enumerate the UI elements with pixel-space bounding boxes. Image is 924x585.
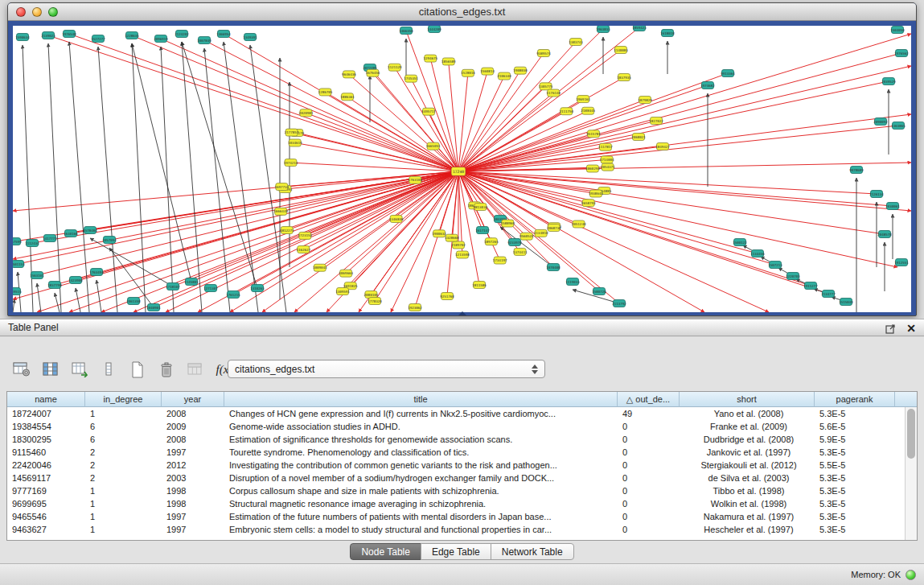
column-header-0[interactable]: name: [7, 392, 85, 407]
graph-node[interactable]: 1811586: [472, 282, 487, 289]
graph-node[interactable]: 1745351: [404, 75, 418, 82]
graph-node[interactable]: 1140083: [614, 47, 628, 54]
column-header-5[interactable]: short: [680, 392, 815, 407]
graph-edge[interactable]: [132, 43, 191, 282]
graph-node[interactable]: 1912551: [894, 259, 909, 266]
graph-node[interactable]: 9813034: [474, 204, 488, 211]
graph-node[interactable]: 2139023: [41, 32, 55, 39]
graph-node[interactable]: 1974214: [284, 159, 298, 167]
graph-edge[interactable]: [458, 171, 877, 194]
zoom-button[interactable]: [48, 7, 58, 17]
graph-node[interactable]: 1213598: [455, 251, 470, 258]
graph-node[interactable]: 1923062: [408, 304, 422, 311]
graph-node[interactable]: 1588969: [500, 220, 515, 227]
graph-node[interactable]: 1886361: [340, 93, 355, 101]
graph-node[interactable]: 1346846: [389, 215, 404, 222]
graph-node[interactable]: 2177857: [285, 129, 299, 136]
graph-edge[interactable]: [458, 163, 911, 171]
graph-node[interactable]: 1714004: [600, 156, 614, 163]
graph-node[interactable]: 1974682: [700, 82, 715, 89]
graph-node[interactable]: 1383743: [569, 39, 583, 46]
graph-node[interactable]: 9515781: [586, 130, 601, 138]
graph-node[interactable]: 1763494: [89, 269, 104, 276]
graph-node[interactable]: 1034619: [288, 139, 302, 146]
graph-edge[interactable]: [458, 66, 911, 171]
graph-edge[interactable]: [458, 27, 639, 171]
graph-node[interactable]: 1763103: [408, 176, 422, 183]
table-selector[interactable]: citations_edges.txt: [228, 360, 545, 378]
graph-edge[interactable]: [458, 114, 911, 171]
graph-edge[interactable]: [458, 81, 889, 171]
graph-node[interactable]: 9913364: [721, 70, 735, 77]
graph-node[interactable]: 1630166: [64, 230, 78, 237]
import-table-button[interactable]: [183, 357, 207, 381]
graph-node[interactable]: 2057094: [102, 237, 117, 244]
graph-node[interactable]: 1778320: [368, 298, 382, 305]
graph-node[interactable]: 1507213: [768, 262, 782, 269]
vertical-scrollbar[interactable]: [905, 407, 917, 540]
graph-node[interactable]: 1528016: [461, 69, 475, 76]
graph-node[interactable]: 1666449: [273, 208, 288, 215]
table-row[interactable]: 1938455462009Genome-wide association stu…: [7, 420, 917, 433]
graph-node[interactable]: 2096919: [154, 35, 168, 43]
graph-node[interactable]: 1856589: [441, 58, 456, 65]
graph-node[interactable]: 9233970: [507, 239, 522, 246]
graph-edge[interactable]: [133, 171, 458, 312]
graph-node[interactable]: 9078689: [849, 167, 864, 174]
graph-node[interactable]: 2106340: [497, 72, 511, 80]
graph-node[interactable]: 1060294: [585, 165, 600, 172]
graph-node[interactable]: 2051240: [572, 220, 586, 228]
graph-node[interactable]: 1444209: [427, 26, 441, 33]
graph-node[interactable]: 1911277: [803, 282, 818, 290]
graph-node[interactable]: 1070408: [546, 264, 561, 271]
graph-node[interactable]: 1697733: [274, 183, 289, 191]
graph-node[interactable]: 1117817: [598, 143, 613, 150]
graph-node[interactable]: 2054371: [601, 163, 615, 171]
close-button[interactable]: [16, 7, 26, 17]
graph-node[interactable]: 1119033: [565, 278, 580, 286]
graph-edge[interactable]: [224, 42, 258, 312]
table-row[interactable]: 911546021997Tourette syndrome. Phenomeno…: [7, 446, 917, 459]
graph-node[interactable]: 1500122: [733, 239, 747, 246]
graph-node[interactable]: 1560814: [480, 68, 495, 75]
graph-node[interactable]: 1328668: [445, 234, 459, 241]
graph-node[interactable]: 9389574: [536, 50, 551, 57]
graph-node[interactable]: 2090092: [873, 118, 888, 126]
graph-node[interactable]: 2020981: [299, 109, 314, 117]
delete-table-button[interactable]: [154, 357, 179, 381]
graph-edge[interactable]: [349, 74, 458, 171]
graph-node[interactable]: 1969161: [576, 96, 590, 103]
graph-node[interactable]: 1590634: [15, 34, 30, 41]
graph-node[interactable]: 1578484: [83, 227, 97, 234]
graph-edge[interactable]: [458, 100, 645, 171]
graph-node[interactable]: 1827022: [649, 117, 663, 125]
graph-node[interactable]: 1310263: [250, 285, 265, 292]
graph-node[interactable]: 2061358: [126, 298, 141, 305]
graph-edge[interactable]: [182, 42, 202, 312]
graph-edge[interactable]: [37, 283, 41, 312]
graph-edge[interactable]: [204, 40, 458, 171]
graph-node[interactable]: 1504050: [890, 27, 905, 34]
graph-node[interactable]: 1374411: [513, 248, 528, 255]
graph-node[interactable]: 1417777: [43, 235, 57, 242]
graph-edge[interactable]: [13, 299, 14, 312]
resize-grip[interactable]: [458, 311, 466, 315]
graph-node[interactable]: 1723152: [298, 232, 312, 239]
graph-node[interactable]: 1515049: [839, 299, 853, 306]
graph-edge[interactable]: [458, 73, 468, 171]
graph-node[interactable]: 1134810: [534, 229, 548, 237]
graph-edge[interactable]: [292, 133, 458, 171]
graph-node[interactable]: 2113792: [612, 300, 626, 307]
graph-node[interactable]: 1761215: [226, 291, 240, 299]
graph-node[interactable]: 9560524: [519, 233, 534, 240]
graph-node[interactable]: 1734197: [493, 257, 507, 264]
graph-node[interactable]: 2048578: [877, 231, 892, 238]
graph-node[interactable]: 1176140: [546, 89, 561, 97]
graph-node-center[interactable]: 17240: [451, 167, 466, 176]
graph-edge[interactable]: [250, 45, 286, 312]
graph-edge[interactable]: [262, 171, 458, 312]
graph-node[interactable]: 1305775: [539, 83, 553, 90]
graph-edge[interactable]: [55, 293, 60, 312]
minimize-button[interactable]: [32, 7, 42, 17]
graph-node[interactable]: 1069663: [339, 270, 353, 277]
